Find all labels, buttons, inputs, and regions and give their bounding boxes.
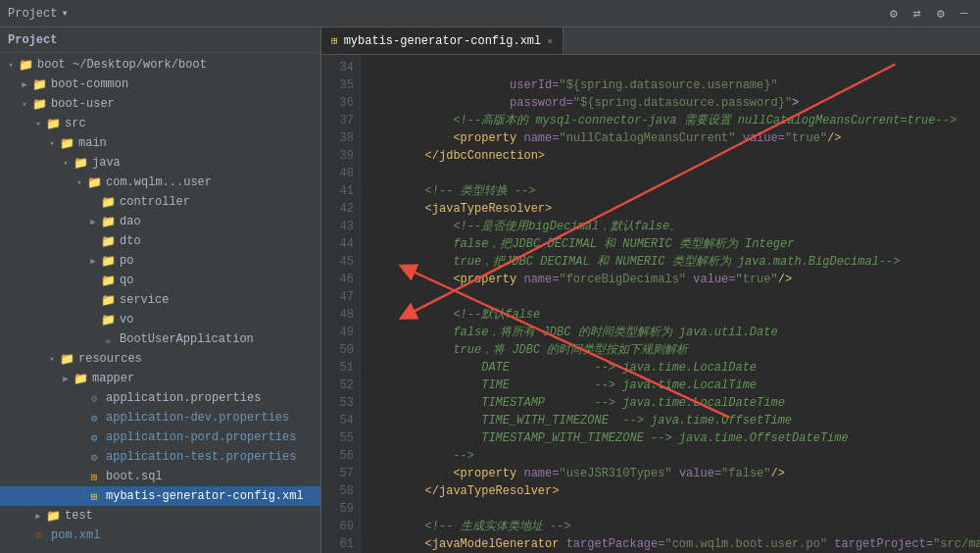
tree-item-mybatis-config[interactable]: ⊞ mybatis-generator-config.xml bbox=[0, 486, 320, 506]
tree-item-mapper[interactable]: ▶ 📁 mapper bbox=[0, 369, 320, 388]
tree-item-qo[interactable]: 📁 qo bbox=[0, 271, 320, 290]
tree-item-src[interactable]: ▾ 📁 src bbox=[0, 114, 320, 133]
tree-item-app-test-props[interactable]: ⚙ application-test.properties bbox=[0, 447, 320, 467]
arrow-service bbox=[86, 293, 100, 307]
tree-item-service[interactable]: 📁 service bbox=[0, 290, 320, 310]
arrow-controller bbox=[86, 195, 100, 209]
arrow-pom bbox=[18, 528, 31, 542]
label-boot-common: boot-common bbox=[51, 77, 128, 91]
folder-icon-qo: 📁 bbox=[100, 275, 116, 286]
tree-item-app-pord-props[interactable]: ⚙ application-pord.properties bbox=[0, 427, 320, 447]
tree-item-boot-common[interactable]: ▶ 📁 boot-common bbox=[0, 75, 320, 94]
tree-item-boot-root[interactable]: ▾ 📁 boot ~/Desktop/work/boot bbox=[0, 55, 320, 75]
tree-item-app-dev-props[interactable]: ⚙ application-dev.properties bbox=[0, 408, 320, 427]
sidebar-header: Project bbox=[0, 27, 320, 53]
arrow-mapper: ▶ bbox=[59, 372, 73, 385]
main-layout: Project ▾ 📁 boot ~/Desktop/work/boot ▶ 📁… bbox=[0, 27, 980, 553]
folder-icon-controller: 📁 bbox=[100, 196, 116, 208]
arrow-mybatis-config bbox=[73, 489, 86, 503]
label-dao: dao bbox=[120, 215, 141, 228]
arrow-app-test bbox=[73, 450, 86, 464]
folder-icon-user: 📁 bbox=[31, 98, 47, 110]
tree-item-dto[interactable]: 📁 dto bbox=[0, 231, 320, 251]
label-java: java bbox=[92, 156, 121, 170]
editor-tabs: ⊞ mybatis-generator-config.xml ✕ bbox=[321, 27, 980, 55]
project-dropdown-icon[interactable]: ▾ bbox=[61, 6, 68, 21]
sidebar-tree[interactable]: ▾ 📁 boot ~/Desktop/work/boot ▶ 📁 boot-co… bbox=[0, 53, 320, 553]
arrow-com-wqlm: ▾ bbox=[73, 176, 86, 189]
label-boot-sql: boot.sql bbox=[106, 470, 163, 483]
tree-item-pom[interactable]: m pom.xml bbox=[0, 526, 320, 545]
settings-icon[interactable]: ⚙ bbox=[933, 6, 949, 22]
tab-close-button[interactable]: ✕ bbox=[547, 35, 553, 47]
arrow-boot-common: ▶ bbox=[18, 77, 31, 91]
arrow-boot-root: ▾ bbox=[4, 58, 18, 72]
arrow-qo bbox=[86, 274, 100, 287]
project-title-section: Project ▾ bbox=[8, 6, 69, 21]
tree-item-dao[interactable]: ▶ 📁 dao bbox=[0, 212, 320, 231]
title-bar-icons: ⚙ ⇄ ⚙ — bbox=[886, 6, 972, 22]
tree-item-java[interactable]: ▾ 📁 java bbox=[0, 153, 320, 173]
tree-item-vo[interactable]: 📁 vo bbox=[0, 310, 320, 329]
arrow-java: ▾ bbox=[59, 156, 73, 170]
folder-icon-po: 📁 bbox=[100, 255, 116, 267]
line-numbers: 3435363738 3940414243 4445464748 4950515… bbox=[321, 55, 361, 553]
arrow-src: ▾ bbox=[31, 117, 45, 130]
arrow-boot-sql bbox=[73, 470, 86, 483]
label-mybatis-config: mybatis-generator-config.xml bbox=[106, 489, 304, 503]
label-test: test bbox=[65, 509, 93, 523]
folder-icon-dto: 📁 bbox=[100, 235, 116, 247]
label-pom: pom.xml bbox=[51, 528, 100, 542]
label-controller: controller bbox=[120, 195, 190, 209]
folder-icon-mapper: 📁 bbox=[73, 373, 88, 384]
tab-mybatis-config[interactable]: ⊞ mybatis-generator-config.xml ✕ bbox=[321, 27, 564, 54]
tree-item-controller[interactable]: 📁 controller bbox=[0, 192, 320, 212]
label-po: po bbox=[120, 254, 133, 268]
tree-item-app-props[interactable]: ⚙ application.properties bbox=[0, 388, 320, 408]
folder-icon-test: 📁 bbox=[45, 510, 61, 522]
arrow-boot-user: ▾ bbox=[18, 97, 31, 111]
editor-content: 3435363738 3940414243 4445464748 4950515… bbox=[321, 55, 980, 553]
folder-icon-common: 📁 bbox=[31, 78, 47, 90]
arrow-dao: ▶ bbox=[86, 215, 100, 228]
label-main: main bbox=[78, 136, 107, 150]
code-content: userId="${spring.datasource.username}" p… bbox=[361, 55, 980, 553]
file-icon-test-props: ⚙ bbox=[86, 450, 102, 464]
arrow-po: ▶ bbox=[86, 254, 100, 268]
tree-item-po[interactable]: ▶ 📁 po bbox=[0, 251, 320, 271]
folder-icon-boot: 📁 bbox=[18, 59, 33, 71]
arrow-app-dev bbox=[73, 411, 86, 425]
arrow-resources: ▾ bbox=[45, 352, 59, 366]
arrow-test: ▶ bbox=[31, 509, 45, 523]
label-resources: resources bbox=[78, 352, 142, 366]
title-bar: Project ▾ ⚙ ⇄ ⚙ — bbox=[0, 0, 980, 27]
file-icon-xml: ⊞ bbox=[86, 489, 102, 503]
tree-item-boot-user-app[interactable]: ☕ BootUserApplication bbox=[0, 329, 320, 349]
file-icon-java: ☕ bbox=[100, 332, 116, 346]
tree-item-com-wqlm[interactable]: ▾ 📁 com.wqlm...user bbox=[0, 173, 320, 192]
tab-label: mybatis-generator-config.xml bbox=[344, 34, 542, 48]
layout-icon[interactable]: ⇄ bbox=[909, 6, 925, 22]
label-boot-user-app: BootUserApplication bbox=[120, 332, 254, 346]
tree-item-boot-sql[interactable]: ⊞ boot.sql bbox=[0, 467, 320, 486]
label-app-props: application.properties bbox=[106, 391, 261, 405]
tree-item-resources[interactable]: ▾ 📁 resources bbox=[0, 349, 320, 369]
tree-item-test[interactable]: ▶ 📁 test bbox=[0, 506, 320, 526]
label-com-wqlm: com.wqlm...user bbox=[106, 176, 212, 189]
folder-icon-src: 📁 bbox=[45, 118, 61, 129]
tree-item-boot-user[interactable]: ▾ 📁 boot-user bbox=[0, 94, 320, 114]
minimize-icon[interactable]: — bbox=[956, 6, 972, 22]
arrow-app-pord bbox=[73, 430, 86, 444]
label-app-dev-props: application-dev.properties bbox=[106, 411, 289, 425]
folder-icon-com-wqlm: 📁 bbox=[86, 176, 102, 188]
label-mapper: mapper bbox=[92, 372, 134, 385]
label-dto: dto bbox=[120, 234, 141, 248]
label-src: src bbox=[65, 117, 86, 130]
arrow-vo bbox=[86, 313, 100, 327]
sync-icon[interactable]: ⚙ bbox=[886, 6, 902, 22]
file-icon-maven: m bbox=[31, 528, 47, 542]
tree-item-main[interactable]: ▾ 📁 main bbox=[0, 133, 320, 153]
label-boot-user: boot-user bbox=[51, 97, 115, 111]
arrow-main: ▾ bbox=[45, 136, 59, 150]
sidebar-title: Project bbox=[8, 33, 57, 47]
